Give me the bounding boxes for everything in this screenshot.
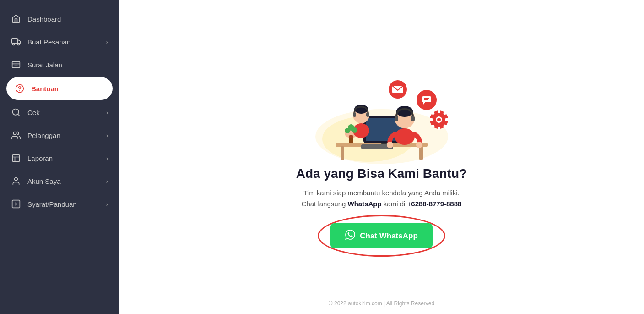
sidebar-item-label: Pelanggan: [27, 132, 60, 139]
sidebar-item-laporan[interactable]: Laporan ›: [0, 147, 119, 170]
svg-point-35: [354, 105, 368, 114]
help-description: Tim kami siap membantu kendala yang Anda…: [302, 187, 462, 209]
svg-rect-20: [341, 146, 344, 160]
sidebar-item-surat-jalan[interactable]: Surat Jalan: [0, 53, 119, 76]
chevron-right-icon: ›: [106, 39, 108, 45]
chevron-right-icon: ›: [106, 178, 108, 185]
chevron-right-icon: ›: [106, 201, 108, 208]
whatsapp-icon: [345, 230, 355, 242]
svg-line-8: [18, 114, 20, 116]
footer: © 2022 autokirim.com | All Rights Reserv…: [329, 300, 434, 307]
package-icon: [11, 37, 21, 47]
desc-suffix: kami di: [382, 200, 407, 208]
svg-point-53: [437, 118, 441, 121]
svg-rect-30: [411, 116, 415, 121]
svg-point-32: [387, 142, 393, 148]
chevron-right-icon: ›: [106, 155, 108, 162]
svg-rect-4: [12, 61, 20, 67]
whatsapp-button-label: Chat WhatsApp: [360, 231, 418, 241]
svg-rect-0: [12, 39, 17, 44]
svg-point-33: [416, 142, 422, 148]
help-icon: [15, 83, 25, 94]
chevron-right-icon: ›: [106, 109, 108, 116]
help-illustration: [308, 66, 455, 166]
inbox-icon: [11, 60, 21, 70]
chevron-right-icon: ›: [106, 132, 108, 139]
svg-point-3: [17, 43, 19, 45]
sidebar-item-label: Buat Pesanan: [27, 38, 70, 46]
sidebar-item-label: Surat Jalan: [27, 61, 62, 69]
report-icon: [11, 153, 21, 163]
svg-rect-54: [438, 110, 440, 113]
svg-point-43: [352, 127, 357, 133]
desc-phone: +6288-8779-8888: [407, 200, 462, 208]
svg-marker-1: [17, 40, 20, 44]
sidebar-item-syarat-panduan[interactable]: Syarat/Panduan ›: [0, 193, 119, 215]
sidebar-item-label: Dashboard: [27, 15, 61, 23]
sidebar-item-label: Cek: [27, 109, 40, 116]
svg-rect-57: [445, 118, 448, 121]
svg-rect-55: [438, 127, 440, 130]
sidebar-item-dashboard[interactable]: Dashboard: [0, 7, 119, 30]
desc-brand: WhatsApp: [348, 200, 382, 208]
sidebar-item-akun-saya[interactable]: Akun Saya ›: [0, 170, 119, 193]
svg-point-13: [15, 178, 18, 181]
sidebar: Dashboard Buat Pesanan › Surat Jalan: [0, 0, 119, 314]
whatsapp-button-wrapper: Chat WhatsApp: [330, 223, 433, 248]
whatsapp-chat-button[interactable]: Chat WhatsApp: [330, 223, 433, 248]
sidebar-item-label: Bantuan: [31, 85, 59, 93]
user-icon: [11, 176, 21, 186]
main-content: Ada yang Bisa Kami Bantu? Tim kami siap …: [119, 0, 644, 314]
sidebar-item-buat-pesanan[interactable]: Buat Pesanan ›: [0, 30, 119, 53]
sidebar-item-label: Syarat/Panduan: [27, 200, 77, 208]
sidebar-item-pelanggan[interactable]: Pelanggan ›: [0, 124, 119, 147]
desc-line1: Tim kami siap membantu kendala yang Anda…: [303, 189, 459, 197]
svg-rect-56: [430, 118, 433, 121]
home-icon: [11, 14, 21, 24]
svg-rect-36: [353, 112, 356, 117]
svg-rect-37: [366, 112, 369, 117]
svg-point-9: [13, 132, 16, 135]
search-icon: [11, 107, 21, 117]
svg-point-31: [395, 128, 415, 145]
svg-point-2: [13, 43, 15, 45]
users-icon: [11, 130, 21, 140]
svg-rect-10: [13, 155, 20, 162]
question-icon: [11, 199, 21, 209]
sidebar-item-label: Akun Saya: [27, 177, 61, 185]
desc-line2-prefix: Chat langsung: [302, 200, 348, 208]
sidebar-item-cek[interactable]: Cek ›: [0, 101, 119, 124]
page-title: Ada yang Bisa Kami Bantu?: [296, 166, 467, 181]
svg-rect-21: [419, 146, 423, 160]
sidebar-item-label: Laporan: [27, 154, 53, 162]
sidebar-item-bantuan[interactable]: Bantuan: [6, 77, 113, 100]
svg-rect-29: [395, 116, 398, 121]
